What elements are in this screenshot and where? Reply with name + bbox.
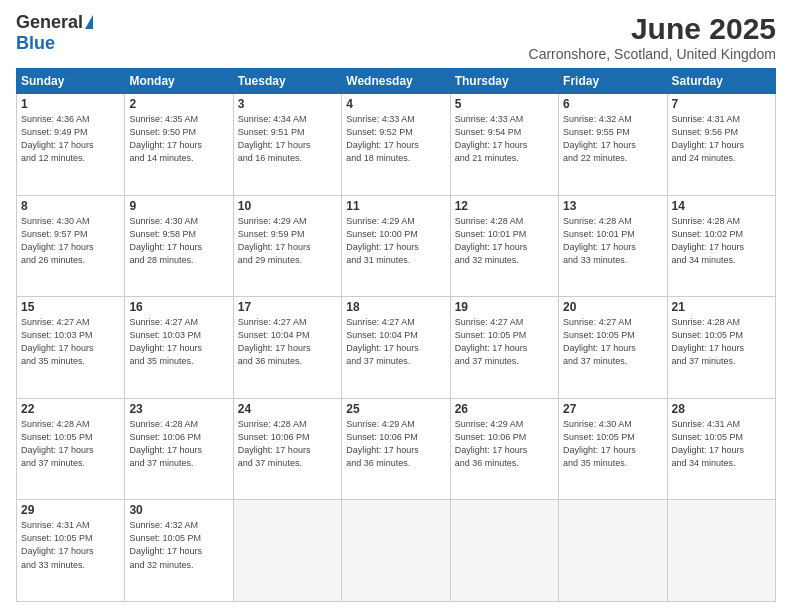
- day-info: Sunrise: 4:28 AM Sunset: 10:06 PM Daylig…: [238, 418, 337, 470]
- day-cell: 28Sunrise: 4:31 AM Sunset: 10:05 PM Dayl…: [667, 398, 775, 500]
- day-number: 29: [21, 503, 120, 517]
- day-info: Sunrise: 4:27 AM Sunset: 10:03 PM Daylig…: [129, 316, 228, 368]
- day-cell: 15Sunrise: 4:27 AM Sunset: 10:03 PM Dayl…: [17, 297, 125, 399]
- day-info: Sunrise: 4:31 AM Sunset: 10:05 PM Daylig…: [21, 519, 120, 571]
- day-number: 6: [563, 97, 662, 111]
- day-number: 26: [455, 402, 554, 416]
- header-cell-tuesday: Tuesday: [233, 69, 341, 94]
- header: General Blue June 2025 Carronshore, Scot…: [16, 12, 776, 62]
- day-cell: 22Sunrise: 4:28 AM Sunset: 10:05 PM Dayl…: [17, 398, 125, 500]
- week-row-4: 22Sunrise: 4:28 AM Sunset: 10:05 PM Dayl…: [17, 398, 776, 500]
- day-cell: 4Sunrise: 4:33 AM Sunset: 9:52 PM Daylig…: [342, 94, 450, 196]
- week-row-5: 29Sunrise: 4:31 AM Sunset: 10:05 PM Dayl…: [17, 500, 776, 602]
- day-cell: 25Sunrise: 4:29 AM Sunset: 10:06 PM Dayl…: [342, 398, 450, 500]
- day-number: 7: [672, 97, 771, 111]
- day-info: Sunrise: 4:28 AM Sunset: 10:01 PM Daylig…: [455, 215, 554, 267]
- day-number: 1: [21, 97, 120, 111]
- day-cell: 17Sunrise: 4:27 AM Sunset: 10:04 PM Dayl…: [233, 297, 341, 399]
- day-info: Sunrise: 4:35 AM Sunset: 9:50 PM Dayligh…: [129, 113, 228, 165]
- day-number: 16: [129, 300, 228, 314]
- day-info: Sunrise: 4:30 AM Sunset: 9:58 PM Dayligh…: [129, 215, 228, 267]
- day-cell: [667, 500, 775, 602]
- page: General Blue June 2025 Carronshore, Scot…: [0, 0, 792, 612]
- header-cell-friday: Friday: [559, 69, 667, 94]
- day-cell: 10Sunrise: 4:29 AM Sunset: 9:59 PM Dayli…: [233, 195, 341, 297]
- day-number: 14: [672, 199, 771, 213]
- day-number: 5: [455, 97, 554, 111]
- day-number: 22: [21, 402, 120, 416]
- logo-triangle-icon: [85, 15, 93, 29]
- day-info: Sunrise: 4:28 AM Sunset: 10:02 PM Daylig…: [672, 215, 771, 267]
- day-info: Sunrise: 4:29 AM Sunset: 10:00 PM Daylig…: [346, 215, 445, 267]
- day-number: 30: [129, 503, 228, 517]
- day-info: Sunrise: 4:31 AM Sunset: 9:56 PM Dayligh…: [672, 113, 771, 165]
- day-cell: 30Sunrise: 4:32 AM Sunset: 10:05 PM Dayl…: [125, 500, 233, 602]
- day-number: 17: [238, 300, 337, 314]
- logo-blue-text: Blue: [16, 33, 55, 54]
- day-info: Sunrise: 4:28 AM Sunset: 10:05 PM Daylig…: [672, 316, 771, 368]
- day-cell: [342, 500, 450, 602]
- day-info: Sunrise: 4:34 AM Sunset: 9:51 PM Dayligh…: [238, 113, 337, 165]
- day-info: Sunrise: 4:28 AM Sunset: 10:06 PM Daylig…: [129, 418, 228, 470]
- day-number: 9: [129, 199, 228, 213]
- day-number: 27: [563, 402, 662, 416]
- logo-general-text: General: [16, 12, 83, 33]
- day-cell: 26Sunrise: 4:29 AM Sunset: 10:06 PM Dayl…: [450, 398, 558, 500]
- day-cell: 13Sunrise: 4:28 AM Sunset: 10:01 PM Dayl…: [559, 195, 667, 297]
- day-info: Sunrise: 4:33 AM Sunset: 9:54 PM Dayligh…: [455, 113, 554, 165]
- week-row-2: 8Sunrise: 4:30 AM Sunset: 9:57 PM Daylig…: [17, 195, 776, 297]
- day-info: Sunrise: 4:28 AM Sunset: 10:05 PM Daylig…: [21, 418, 120, 470]
- day-info: Sunrise: 4:27 AM Sunset: 10:04 PM Daylig…: [346, 316, 445, 368]
- day-cell: 20Sunrise: 4:27 AM Sunset: 10:05 PM Dayl…: [559, 297, 667, 399]
- location-title: Carronshore, Scotland, United Kingdom: [529, 46, 776, 62]
- month-title: June 2025: [529, 12, 776, 46]
- day-info: Sunrise: 4:28 AM Sunset: 10:01 PM Daylig…: [563, 215, 662, 267]
- header-cell-saturday: Saturday: [667, 69, 775, 94]
- calendar-table: SundayMondayTuesdayWednesdayThursdayFrid…: [16, 68, 776, 602]
- week-row-3: 15Sunrise: 4:27 AM Sunset: 10:03 PM Dayl…: [17, 297, 776, 399]
- day-cell: 5Sunrise: 4:33 AM Sunset: 9:54 PM Daylig…: [450, 94, 558, 196]
- day-info: Sunrise: 4:27 AM Sunset: 10:05 PM Daylig…: [455, 316, 554, 368]
- day-cell: [233, 500, 341, 602]
- day-cell: 7Sunrise: 4:31 AM Sunset: 9:56 PM Daylig…: [667, 94, 775, 196]
- day-cell: 16Sunrise: 4:27 AM Sunset: 10:03 PM Dayl…: [125, 297, 233, 399]
- day-info: Sunrise: 4:29 AM Sunset: 10:06 PM Daylig…: [346, 418, 445, 470]
- header-cell-monday: Monday: [125, 69, 233, 94]
- day-info: Sunrise: 4:27 AM Sunset: 10:04 PM Daylig…: [238, 316, 337, 368]
- day-cell: 14Sunrise: 4:28 AM Sunset: 10:02 PM Dayl…: [667, 195, 775, 297]
- header-row: SundayMondayTuesdayWednesdayThursdayFrid…: [17, 69, 776, 94]
- day-info: Sunrise: 4:30 AM Sunset: 10:05 PM Daylig…: [563, 418, 662, 470]
- day-number: 28: [672, 402, 771, 416]
- week-row-1: 1Sunrise: 4:36 AM Sunset: 9:49 PM Daylig…: [17, 94, 776, 196]
- day-number: 12: [455, 199, 554, 213]
- day-number: 3: [238, 97, 337, 111]
- day-cell: 18Sunrise: 4:27 AM Sunset: 10:04 PM Dayl…: [342, 297, 450, 399]
- day-info: Sunrise: 4:27 AM Sunset: 10:05 PM Daylig…: [563, 316, 662, 368]
- day-number: 11: [346, 199, 445, 213]
- day-number: 21: [672, 300, 771, 314]
- day-number: 13: [563, 199, 662, 213]
- day-info: Sunrise: 4:36 AM Sunset: 9:49 PM Dayligh…: [21, 113, 120, 165]
- header-cell-sunday: Sunday: [17, 69, 125, 94]
- day-info: Sunrise: 4:32 AM Sunset: 9:55 PM Dayligh…: [563, 113, 662, 165]
- logo: General Blue: [16, 12, 93, 54]
- day-cell: [450, 500, 558, 602]
- header-cell-thursday: Thursday: [450, 69, 558, 94]
- day-info: Sunrise: 4:29 AM Sunset: 9:59 PM Dayligh…: [238, 215, 337, 267]
- day-number: 2: [129, 97, 228, 111]
- day-number: 10: [238, 199, 337, 213]
- day-cell: 29Sunrise: 4:31 AM Sunset: 10:05 PM Dayl…: [17, 500, 125, 602]
- day-info: Sunrise: 4:33 AM Sunset: 9:52 PM Dayligh…: [346, 113, 445, 165]
- day-cell: 9Sunrise: 4:30 AM Sunset: 9:58 PM Daylig…: [125, 195, 233, 297]
- day-cell: 8Sunrise: 4:30 AM Sunset: 9:57 PM Daylig…: [17, 195, 125, 297]
- day-number: 4: [346, 97, 445, 111]
- day-cell: 12Sunrise: 4:28 AM Sunset: 10:01 PM Dayl…: [450, 195, 558, 297]
- day-info: Sunrise: 4:30 AM Sunset: 9:57 PM Dayligh…: [21, 215, 120, 267]
- day-info: Sunrise: 4:31 AM Sunset: 10:05 PM Daylig…: [672, 418, 771, 470]
- day-cell: 1Sunrise: 4:36 AM Sunset: 9:49 PM Daylig…: [17, 94, 125, 196]
- day-cell: 24Sunrise: 4:28 AM Sunset: 10:06 PM Dayl…: [233, 398, 341, 500]
- day-info: Sunrise: 4:32 AM Sunset: 10:05 PM Daylig…: [129, 519, 228, 571]
- day-cell: 21Sunrise: 4:28 AM Sunset: 10:05 PM Dayl…: [667, 297, 775, 399]
- day-number: 18: [346, 300, 445, 314]
- day-number: 25: [346, 402, 445, 416]
